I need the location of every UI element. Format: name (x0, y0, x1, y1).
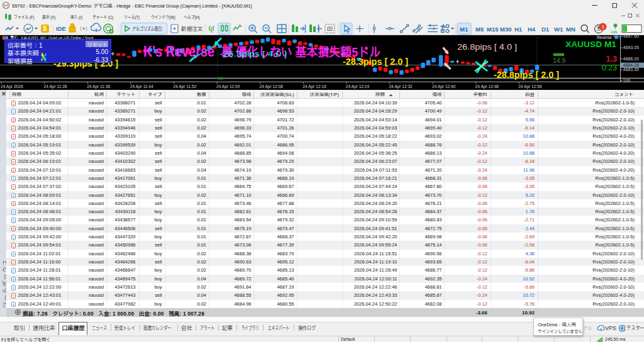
svg-text:24 Apr 12:24: 24 Apr 12:24 (346, 84, 370, 89)
svg-text:24 Apr 11:52: 24 Apr 11:52 (173, 84, 196, 89)
svg-text:K's Reverse: K's Reverse (143, 43, 214, 60)
svg-text:XAUUSD M1: XAUUSD M1 (565, 40, 616, 49)
svg-text:-26.3pips [ 4.0 ]: -26.3pips [ 4.0 ] (219, 50, 287, 58)
svg-text:24 Apr 12:56: 24 Apr 12:56 (518, 84, 542, 89)
svg-text:24 Apr 12:08: 24 Apr 12:08 (260, 84, 284, 89)
svg-text:24 Apr 2026: 24 Apr 2026 (1, 84, 23, 89)
svg-text:24 Apr 12:32: 24 Apr 12:32 (389, 84, 413, 89)
svg-text:MN: MN (566, 26, 575, 33)
svg-text:-28.8pips [ 2.0 ]: -28.8pips [ 2.0 ] (494, 70, 559, 80)
svg-text:4684.28: 4684.28 (623, 63, 639, 67)
svg-text:100: 100 (623, 79, 631, 83)
svg-text:24 Apr 12:16: 24 Apr 12:16 (303, 84, 326, 89)
svg-text:LVL: LVL (611, 30, 618, 34)
svg-text:H1: H1 (514, 26, 523, 33)
svg-text:W1: W1 (554, 26, 564, 33)
svg-text:24 Apr 11:28: 24 Apr 11:28 (44, 84, 67, 89)
svg-text:24 Apr 11:36: 24 Apr 11:36 (87, 84, 110, 89)
svg-text:IDE: IDE (56, 25, 66, 32)
svg-text:M30: M30 (500, 26, 511, 33)
svg-text:1.3: 1.3 (606, 55, 617, 63)
svg-text:1: 1 (602, 24, 605, 30)
svg-text:26.8pips [ 4.0 ]: 26.8pips [ 4.0 ] (457, 43, 517, 52)
svg-text:24 Apr 11:44: 24 Apr 11:44 (130, 84, 153, 89)
svg-text:D1: D1 (541, 26, 550, 33)
svg-text:4683.35: 4683.35 (623, 67, 639, 72)
svg-text:4697.90: 4697.90 (623, 35, 639, 38)
svg-text:14.9: 14.9 (553, 57, 566, 64)
svg-text:M1: M1 (460, 26, 469, 33)
svg-text:4688.20: 4688.20 (623, 57, 639, 61)
svg-text:$: $ (43, 25, 47, 32)
svg-text:新規注文: 新規注文 (181, 26, 203, 32)
svg-text:4693.05: 4693.05 (623, 45, 639, 50)
svg-text:18: 18 (218, 76, 223, 80)
svg-text:24 Apr 12:40: 24 Apr 12:40 (432, 84, 456, 89)
svg-text:アルゴリズム取引: アルゴリズム取引 (132, 26, 162, 32)
svg-text:M15: M15 (487, 26, 499, 33)
svg-text:H4: H4 (528, 26, 536, 33)
svg-text:24 Apr 12:00: 24 Apr 12:00 (216, 84, 240, 89)
svg-text:0:23: 0:23 (602, 63, 617, 72)
svg-text:M5: M5 (475, 26, 484, 33)
svg-text:24 Apr 12:48: 24 Apr 12:48 (475, 84, 499, 89)
